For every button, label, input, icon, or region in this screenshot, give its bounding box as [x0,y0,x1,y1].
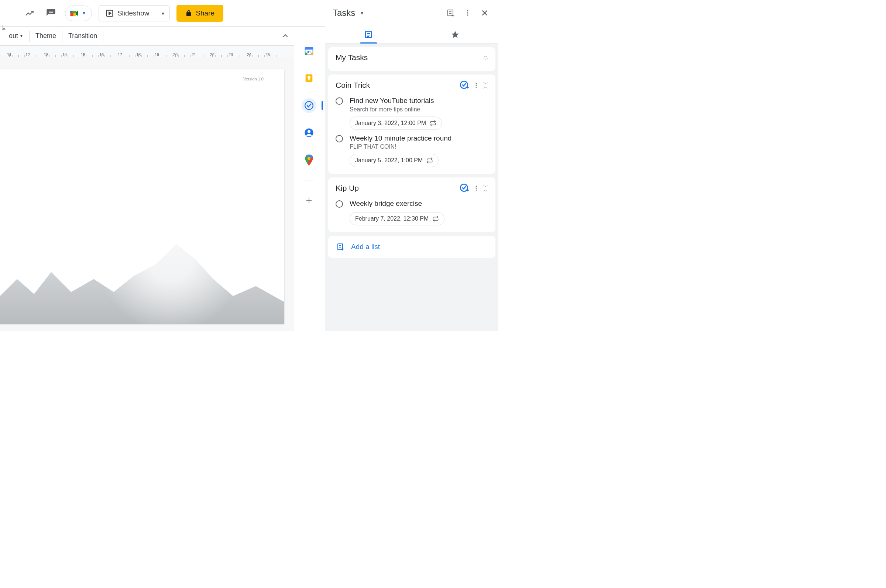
tasks-app-icon[interactable] [302,98,316,113]
expand-collapse-icon[interactable]: ︿﹀ [484,54,488,61]
chevron-down-icon: ▼ [81,10,86,16]
version-label: Version 1.0 [243,77,263,81]
task-list-card: My Tasks︿﹀ [328,47,495,71]
slideshow-button[interactable]: Slideshow [99,6,156,21]
svg-point-47 [476,186,477,187]
svg-point-21 [307,130,310,133]
task-subtitle: FLIP THAT COIN! [350,144,488,150]
side-app-rail: 31 ＋ [295,37,323,207]
svg-point-48 [476,188,477,189]
keep-app-icon[interactable] [302,71,316,86]
list-name: Kip Up [335,184,456,192]
tasks-panel-header: Tasks ▼ [325,0,498,26]
rail-divider [304,180,314,180]
calendar-app-icon[interactable]: 31 [302,44,316,58]
close-panel-icon[interactable] [478,7,491,19]
chevron-down-icon[interactable]: ▼ [360,10,364,16]
contacts-app-icon[interactable] [302,125,316,140]
maps-app-icon[interactable] [302,153,316,168]
svg-point-41 [476,82,477,84]
svg-point-17 [307,76,310,79]
svg-rect-15 [305,53,307,55]
task-date-chip[interactable]: February 7, 2022, 12:30 PM [350,212,444,225]
slideshow-label: Slideshow [117,9,149,17]
format-menubar: out▼ Theme Transition [0,27,294,46]
svg-rect-3 [71,11,72,12]
svg-point-49 [476,190,477,191]
add-task-icon[interactable] [460,183,469,193]
meet-button[interactable]: ▼ [65,6,92,21]
tasks-body: My Tasks︿﹀Coin Trick﹀︿Find new YouTube t… [325,44,498,331]
star-icon [451,30,460,39]
task-item: Weekly 10 minute practice roundFLIP THAT… [335,130,488,168]
task-item: Weekly bridge exerciseFebruary 7, 2022, … [335,195,488,225]
tasks-panel-title: Tasks [332,8,355,18]
svg-marker-37 [451,31,459,38]
svg-point-42 [476,85,477,86]
add-task-icon[interactable] [460,80,469,90]
list-name: My Tasks [335,53,480,62]
add-list-button[interactable]: Add a list [328,236,495,258]
svg-point-22 [307,157,310,160]
task-item: Find new YouTube tutorialsSearch for mor… [335,92,488,130]
svg-point-28 [467,10,468,11]
svg-point-29 [467,12,468,13]
svg-rect-12 [305,48,313,50]
list-view-icon [364,30,373,39]
task-date-chip[interactable]: January 5, 2022, 1:00 PM [350,154,439,167]
meet-icon [69,8,80,18]
chevron-down-icon: ▼ [161,11,165,16]
play-icon [105,9,114,17]
task-complete-checkbox[interactable] [335,135,343,142]
svg-point-30 [467,14,468,15]
layout-menu[interactable]: out▼ [3,31,30,42]
comment-icon[interactable] [44,6,58,21]
svg-marker-5 [109,12,111,14]
repeat-icon [432,215,439,222]
collapse-list-icon[interactable]: ﹀︿ [483,185,488,192]
task-complete-checkbox[interactable] [335,200,343,208]
task-subtitle: Search for more tips online [350,106,488,113]
share-button[interactable]: Share [176,5,223,22]
share-label: Share [196,9,215,17]
slideshow-dropdown[interactable]: ▼ [156,6,170,20]
analytics-icon[interactable] [22,6,37,21]
task-date-chip[interactable]: January 3, 2022, 12:00 PM [350,117,442,130]
task-title[interactable]: Weekly bridge exercise [350,199,488,208]
transition-menu[interactable]: Transition [62,31,103,42]
slide-canvas[interactable]: Version 1.0 [0,57,294,331]
slideshow-button-group: Slideshow ▼ [99,5,170,21]
svg-rect-18 [308,79,310,80]
more-options-icon[interactable] [462,7,474,19]
task-title[interactable]: Find new YouTube tutorials [350,96,488,105]
tasks-panel: Tasks ▼ My Tasks︿﹀Coin Trick﹀︿Find new Y… [325,0,498,331]
svg-rect-14 [311,53,313,55]
task-title[interactable]: Weekly 10 minute practice round [350,134,488,143]
svg-text:31: 31 [307,50,311,54]
tab-all-lists[interactable] [325,26,412,43]
add-task-header-icon[interactable] [444,7,457,19]
repeat-icon [430,120,436,126]
task-list-card: Kip Up﹀︿Weekly bridge exerciseFebruary 7… [328,177,495,232]
theme-menu[interactable]: Theme [30,31,62,42]
task-list-card: Coin Trick﹀︿Find new YouTube tutorialsSe… [328,75,495,174]
svg-point-43 [476,87,477,88]
slide-background-image [0,224,284,324]
list-more-icon[interactable] [473,82,480,88]
list-name: Coin Trick [335,81,456,90]
task-complete-checkbox[interactable] [335,98,343,105]
list-more-icon[interactable] [473,185,480,192]
tab-starred[interactable] [412,26,499,43]
horizontal-ruler: 111213141516171819202122232425 [0,46,294,57]
lock-icon [185,10,192,16]
chevron-down-icon: ▼ [20,34,23,38]
slide[interactable]: Version 1.0 [0,69,284,324]
collapse-list-icon[interactable]: ﹀︿ [483,82,488,88]
add-app-button[interactable]: ＋ [304,193,314,207]
collapse-toolbar-icon[interactable] [281,32,289,40]
repeat-icon [426,157,433,164]
tasks-tabbar [325,26,498,44]
